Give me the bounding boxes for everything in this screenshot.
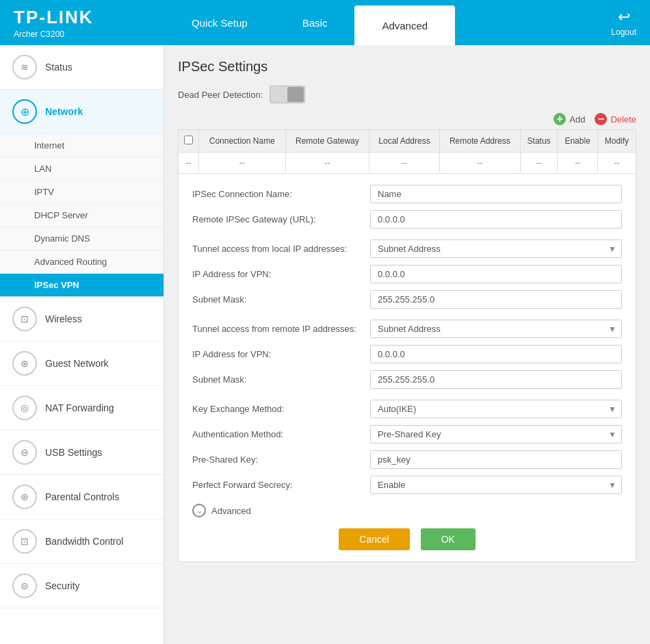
security-label: Security <box>45 580 80 591</box>
ipsec-table: Connection Name Remote Gateway Local Add… <box>178 129 636 174</box>
parental-icon: ⊛ <box>12 485 37 509</box>
select-local-tunnel[interactable]: Subnet Address Any IP Address <box>370 240 622 258</box>
label-remote-ip: IP Address for VPN: <box>192 349 370 359</box>
sidebar-sub-item-advanced-routing[interactable]: Advanced Routing <box>0 250 164 274</box>
network-label: Network <box>45 106 83 117</box>
form-row-remote-subnet: Subnet Mask: <box>192 370 622 389</box>
select-wrap-remote-tunnel: Subnet Address Any IP Address ▼ <box>370 320 622 338</box>
col-connection-name: Connection Name <box>199 130 286 153</box>
cell-remote-address: -- <box>439 153 520 174</box>
usb-label: USB Settings <box>45 447 102 458</box>
label-psk: Pre-Shared Key: <box>192 454 370 465</box>
col-modify: Modify <box>597 130 636 153</box>
input-remote-ip[interactable] <box>370 345 622 363</box>
logout-icon: ↩ <box>618 8 630 26</box>
toolbar: + Add − Delete <box>178 113 636 125</box>
sidebar-item-parental-controls[interactable]: ⊛ Parental Controls <box>0 475 164 519</box>
delete-button[interactable]: − Delete <box>595 113 636 125</box>
sidebar-item-bandwidth-control[interactable]: ⊡ Bandwidth Control <box>0 519 164 564</box>
logout-label: Logout <box>611 27 636 37</box>
label-remote-subnet: Subnet Mask: <box>192 374 370 385</box>
label-auth-method: Authentication Method: <box>192 429 370 439</box>
form-row-remote-gateway: Remote IPSec Gateway (URL): <box>192 210 622 229</box>
input-remote-subnet[interactable] <box>370 370 622 389</box>
wireless-icon: ⊡ <box>12 307 37 331</box>
toggle-switch[interactable] <box>270 86 305 103</box>
select-key-exchange[interactable]: Auto(IKE) Manual <box>370 400 622 418</box>
sidebar-item-guest-network[interactable]: ⊛ Guest Network <box>0 342 164 386</box>
delete-label: Delete <box>610 114 636 125</box>
cell-modify: -- <box>597 153 636 174</box>
sidebar-sub-item-ddns[interactable]: Dynamic DNS <box>0 227 164 250</box>
header: TP-LINK Archer C3200 Quick Setup Basic A… <box>0 0 650 45</box>
tab-quick-setup[interactable]: Quick Setup <box>164 0 275 45</box>
input-psk[interactable] <box>370 450 622 469</box>
form-row-remote-tunnel: Tunnel access from remote IP addresses: … <box>192 320 622 338</box>
sidebar-item-wireless[interactable]: ⊡ Wireless <box>0 297 164 342</box>
usb-icon: ⊖ <box>12 440 37 465</box>
form-area: IPSec Connection Name: Remote IPSec Gate… <box>178 174 636 562</box>
sidebar-item-nat-forwarding[interactable]: ◎ NAT Forwarding <box>0 386 164 430</box>
label-remote-tunnel: Tunnel access from remote IP addresses: <box>192 324 370 334</box>
tab-basic[interactable]: Basic <box>275 0 355 45</box>
label-pfs: Perfect Forward Secrecy: <box>192 480 370 490</box>
cell-status: -- <box>520 153 558 174</box>
sidebar-sub-item-ipsec-vpn[interactable]: IPSec VPN <box>0 274 164 297</box>
cell-connection-name: -- <box>199 153 286 174</box>
logo-area: TP-LINK Archer C3200 <box>0 0 164 45</box>
advanced-circle-icon: ⌄ <box>192 504 206 517</box>
select-wrap-auth-method: Pre-Shared Key Certificate ▼ <box>370 425 622 443</box>
form-row-remote-ip: IP Address for VPN: <box>192 345 622 363</box>
bottom-buttons: Cancel OK <box>192 528 622 550</box>
input-local-subnet[interactable] <box>370 290 622 309</box>
nav-tabs: Quick Setup Basic Advanced <box>164 0 597 45</box>
content-area: IPSec Settings Dead Peer Detection: + Ad… <box>164 45 650 644</box>
wireless-label: Wireless <box>45 313 82 324</box>
input-remote-gateway[interactable] <box>370 210 622 229</box>
header-actions: ↩ Logout <box>597 0 650 45</box>
table-row: -- -- -- -- -- -- -- -- <box>179 153 636 174</box>
form-row-local-tunnel: Tunnel access from local IP addresses: S… <box>192 240 622 258</box>
logo-model: Archer C3200 <box>14 29 151 39</box>
select-all-checkbox[interactable] <box>184 136 193 144</box>
sidebar-item-status[interactable]: ≋ Status <box>0 45 164 90</box>
label-remote-gateway: Remote IPSec Gateway (URL): <box>192 214 370 224</box>
toggle-handle <box>287 87 304 102</box>
add-button[interactable]: + Add <box>554 113 585 125</box>
security-icon: ⊜ <box>12 574 37 598</box>
select-pfs[interactable]: Enable Disable <box>370 476 622 494</box>
input-local-ip[interactable] <box>370 265 622 283</box>
form-row-key-exchange: Key Exchange Method: Auto(IKE) Manual ▼ <box>192 400 622 418</box>
label-connection-name: IPSec Connection Name: <box>192 189 370 199</box>
sidebar-sub-item-iptv[interactable]: IPTV <box>0 181 164 204</box>
main-layout: ≋ Status ⊕ Network Internet LAN IPTV DHC… <box>0 45 650 644</box>
select-auth-method[interactable]: Pre-Shared Key Certificate <box>370 425 622 443</box>
label-local-subnet: Subnet Mask: <box>192 294 370 305</box>
cancel-button[interactable]: Cancel <box>339 528 410 550</box>
guest-network-icon: ⊛ <box>12 351 37 376</box>
label-local-ip: IP Address for VPN: <box>192 269 370 279</box>
form-row-local-ip: IP Address for VPN: <box>192 265 622 283</box>
ok-button[interactable]: OK <box>421 528 476 550</box>
sidebar-item-security[interactable]: ⊜ Security <box>0 564 164 608</box>
advanced-section-toggle[interactable]: ⌄ Advanced <box>192 504 622 517</box>
logout-button[interactable]: ↩ Logout <box>611 8 636 37</box>
logo-text: TP-LINK <box>14 7 151 28</box>
sidebar-sub-item-dhcp[interactable]: DHCP Server <box>0 204 164 227</box>
sidebar-item-usb-settings[interactable]: ⊖ USB Settings <box>0 430 164 475</box>
sidebar-sub-item-internet[interactable]: Internet <box>0 134 164 157</box>
label-key-exchange: Key Exchange Method: <box>192 404 370 414</box>
form-row-psk: Pre-Shared Key: <box>192 450 622 469</box>
tab-advanced[interactable]: Advanced <box>354 5 455 45</box>
sidebar: ≋ Status ⊕ Network Internet LAN IPTV DHC… <box>0 45 164 644</box>
sidebar-item-network[interactable]: ⊕ Network <box>0 90 164 134</box>
input-connection-name[interactable] <box>370 185 622 203</box>
sidebar-sub-item-lan[interactable]: LAN <box>0 157 164 181</box>
status-label: Status <box>45 62 73 73</box>
delete-circle-icon: − <box>595 113 607 125</box>
select-remote-tunnel[interactable]: Subnet Address Any IP Address <box>370 320 622 338</box>
network-icon: ⊕ <box>12 99 37 124</box>
status-icon: ≋ <box>12 55 37 79</box>
dead-peer-detection-row: Dead Peer Detection: <box>178 86 636 103</box>
col-status: Status <box>520 130 558 153</box>
